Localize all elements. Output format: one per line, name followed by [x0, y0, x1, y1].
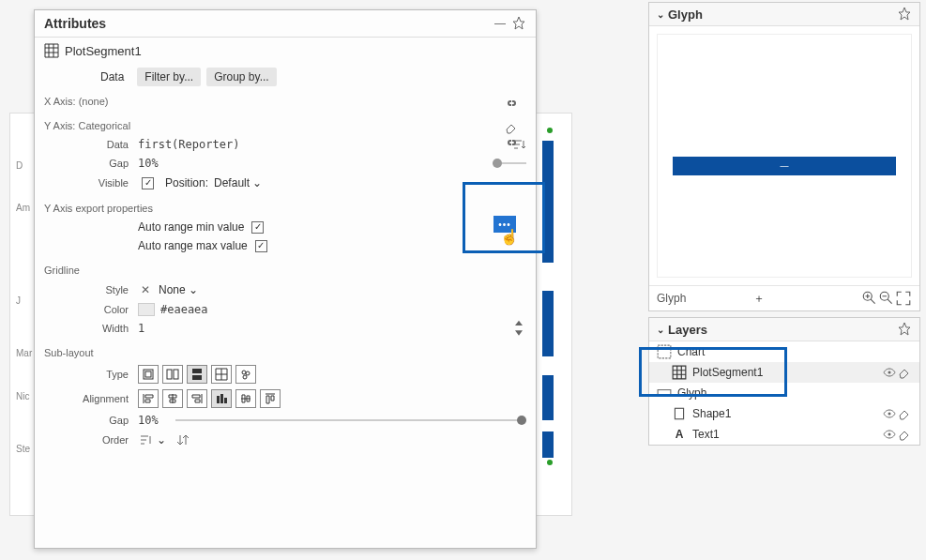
- text-icon: A: [672, 427, 687, 442]
- svg-point-18: [888, 413, 891, 416]
- chevron-down-icon: ⌄: [252, 176, 262, 189]
- zoom-out-icon[interactable]: [878, 290, 895, 307]
- position-select[interactable]: Default ⌄: [212, 175, 264, 190]
- svg-point-7: [246, 371, 250, 375]
- pin-icon[interactable]: [897, 7, 912, 22]
- svg-rect-4: [192, 369, 202, 373]
- resize-handle-top[interactable]: [547, 128, 553, 133]
- alignment-row: Alignment: [35, 386, 536, 411]
- align-middle-icon[interactable]: [235, 389, 256, 408]
- svg-rect-2: [167, 370, 172, 379]
- minimize-icon[interactable]: —: [493, 16, 508, 31]
- tab-group[interactable]: Group by...: [206, 68, 276, 86]
- layer-shape1[interactable]: Shape1: [649, 403, 919, 424]
- tab-filter[interactable]: Filter by...: [137, 68, 201, 86]
- reverse-icon[interactable]: [175, 432, 190, 447]
- type-row: Type: [35, 362, 536, 386]
- data-value[interactable]: first(Reporter): [138, 138, 526, 151]
- erase-icon[interactable]: [897, 365, 912, 380]
- fit-icon[interactable]: [895, 290, 912, 307]
- close-icon[interactable]: ✕: [138, 282, 153, 297]
- glyph-icon: [657, 386, 672, 401]
- bar[interactable]: [542, 375, 554, 420]
- svg-point-8: [243, 375, 247, 379]
- tab-data[interactable]: Data: [93, 68, 131, 86]
- visible-checkbox[interactable]: [142, 177, 154, 189]
- bar[interactable]: [542, 431, 554, 458]
- sort-icon[interactable]: [511, 137, 526, 152]
- sub-gap-slider[interactable]: [175, 416, 526, 425]
- layer-text1[interactable]: A Text1: [649, 424, 919, 445]
- resize-handle-bottom[interactable]: [547, 460, 553, 465]
- auto-max-checkbox[interactable]: [255, 240, 267, 252]
- color-row: Color #eaeaea: [35, 300, 536, 319]
- sub-gap-value[interactable]: 10%: [138, 414, 175, 427]
- chart-icon: [657, 344, 672, 359]
- erase-icon[interactable]: [897, 427, 912, 442]
- svg-rect-10: [220, 394, 223, 403]
- gap-value[interactable]: 10%: [138, 157, 526, 170]
- stepper-icon[interactable]: [511, 321, 526, 336]
- layer-chart[interactable]: Chart: [649, 341, 919, 362]
- sublayout-section: Sub-layout: [35, 343, 536, 362]
- align-bottom-icon[interactable]: [211, 389, 232, 408]
- chevron-down-icon: ⌄: [189, 283, 198, 296]
- align-center-icon[interactable]: [162, 389, 183, 408]
- visibility-icon[interactable]: [882, 406, 897, 421]
- color-swatch[interactable]: [138, 303, 155, 316]
- svg-rect-3: [174, 370, 178, 379]
- pin-icon[interactable]: [897, 322, 912, 337]
- auto-max-row: Auto range max value: [35, 236, 536, 255]
- object-name-row: PlotSegment1: [35, 38, 536, 64]
- layer-glyph[interactable]: Glyph: [649, 383, 919, 403]
- align-right-icon[interactable]: [187, 389, 207, 408]
- svg-point-19: [888, 433, 891, 436]
- data-row: Data first(Reporter): [35, 135, 536, 154]
- order-sort-icon[interactable]: [138, 432, 153, 447]
- add-icon[interactable]: ＋: [751, 290, 767, 307]
- erase-icon[interactable]: [504, 120, 519, 135]
- glyph-mark: —: [781, 161, 789, 171]
- chevron-down-icon[interactable]: ⌄: [157, 433, 166, 446]
- layers-title: Layers: [668, 323, 707, 337]
- style-select[interactable]: None ⌄: [157, 282, 200, 297]
- align-top-icon[interactable]: [260, 389, 281, 408]
- glyph-canvas[interactable]: —: [657, 34, 912, 278]
- more-options-button[interactable]: •••: [493, 216, 516, 233]
- gap-slider[interactable]: [493, 159, 526, 168]
- zoom-in-icon[interactable]: [861, 290, 878, 307]
- svg-rect-5: [192, 375, 202, 380]
- width-value[interactable]: 1: [138, 322, 526, 335]
- visibility-icon[interactable]: [882, 365, 897, 380]
- chevron-down-icon[interactable]: ⌄: [657, 325, 664, 335]
- bar[interactable]: [542, 291, 554, 356]
- plotsegment-icon: [44, 43, 59, 58]
- erase-icon[interactable]: [897, 406, 912, 421]
- row-label: Nic: [16, 391, 29, 401]
- gridline-section: Gridline: [35, 261, 536, 280]
- link-icon[interactable]: [504, 96, 519, 111]
- type-packing-icon[interactable]: [235, 365, 256, 384]
- layer-plotsegment1[interactable]: PlotSegment1: [649, 362, 919, 383]
- svg-rect-1: [145, 371, 151, 377]
- glyph-bar[interactable]: —: [673, 157, 896, 175]
- object-name: PlotSegment1: [65, 44, 142, 58]
- row-label: J: [16, 295, 21, 306]
- plotsegment-icon: [672, 365, 687, 380]
- type-grid-icon[interactable]: [211, 365, 232, 384]
- bar[interactable]: [542, 141, 554, 263]
- glyph-panel: ⌄ Glyph — Glyph ＋: [648, 2, 920, 311]
- gap-row: Gap 10%: [35, 154, 536, 173]
- align-left-icon[interactable]: [138, 389, 159, 408]
- export-section: Y Axis export properties: [35, 199, 536, 218]
- auto-min-checkbox[interactable]: [251, 221, 264, 234]
- type-dodge-x-icon[interactable]: [162, 365, 183, 384]
- chevron-down-icon[interactable]: ⌄: [657, 9, 664, 20]
- type-stack-icon[interactable]: [138, 365, 159, 384]
- color-value[interactable]: #eaeaea: [160, 303, 526, 316]
- sub-gap-row: Gap 10%: [35, 411, 536, 430]
- yaxis-section: Y Axis: Categorical: [35, 116, 536, 135]
- type-dodge-y-icon[interactable]: [187, 365, 207, 384]
- pin-icon[interactable]: [511, 16, 526, 31]
- visibility-icon[interactable]: [882, 427, 897, 442]
